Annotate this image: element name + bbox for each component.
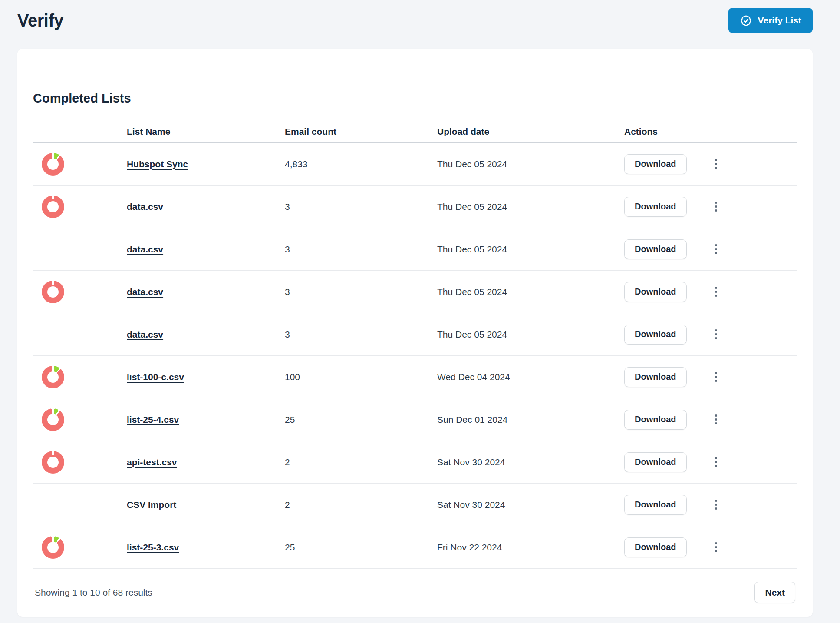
email-count-cell: 25 xyxy=(285,542,437,553)
donut-cell xyxy=(33,451,127,474)
verification-result-donut-chart xyxy=(42,451,64,474)
donut-cell xyxy=(33,536,127,559)
table-row: api-test.csv 2 Sat Nov 30 2024 Download xyxy=(33,441,797,484)
kebab-menu-icon xyxy=(715,546,717,548)
column-header-email-count: Email count xyxy=(285,126,437,137)
kebab-menu-icon xyxy=(715,291,717,293)
download-button[interactable]: Download xyxy=(624,537,687,557)
row-actions-menu-button[interactable] xyxy=(711,540,721,554)
verify-page: Verify Verify List Completed Lists List … xyxy=(0,0,840,623)
kebab-menu-icon xyxy=(715,248,717,250)
verify-list-button-label: Verify List xyxy=(758,15,801,26)
kebab-menu-icon xyxy=(715,163,717,165)
download-button[interactable]: Download xyxy=(624,154,687,174)
donut-cell xyxy=(33,366,127,388)
list-name-cell: Hubspot Sync xyxy=(127,159,285,169)
donut-cell xyxy=(33,281,127,303)
kebab-menu-icon xyxy=(715,333,717,335)
list-name-link[interactable]: api-test.csv xyxy=(127,457,177,467)
download-button[interactable]: Download xyxy=(624,239,687,259)
row-actions-menu-button[interactable] xyxy=(711,199,721,214)
donut-cell xyxy=(33,323,127,346)
download-cell: Download xyxy=(624,410,705,430)
verification-result-donut-chart xyxy=(42,408,64,431)
row-actions-menu-button[interactable] xyxy=(711,370,721,384)
list-name-link[interactable]: Hubspot Sync xyxy=(127,159,188,169)
email-count-cell: 3 xyxy=(285,287,437,297)
list-name-cell: list-25-3.csv xyxy=(127,542,285,553)
upload-date-cell: Fri Nov 22 2024 xyxy=(437,542,624,553)
donut-cell xyxy=(33,196,127,218)
verification-result-donut-chart xyxy=(42,366,64,388)
verification-result-donut-chart xyxy=(42,536,64,559)
completed-lists-table: List Name Email count Upload date Action… xyxy=(33,126,797,569)
row-actions-menu-button[interactable] xyxy=(711,157,721,171)
list-name-link[interactable]: list-25-3.csv xyxy=(127,542,179,552)
list-name-link[interactable]: list-25-4.csv xyxy=(127,414,179,424)
kebab-menu-icon xyxy=(715,376,717,378)
row-actions-menu-button[interactable] xyxy=(711,285,721,299)
table-row: list-25-3.csv 25 Fri Nov 22 2024 Downloa… xyxy=(33,526,797,569)
download-cell: Download xyxy=(624,367,705,387)
row-actions-menu-button[interactable] xyxy=(711,455,721,469)
column-header-upload-date: Upload date xyxy=(437,126,624,137)
list-name-cell: data.csv xyxy=(127,244,285,255)
row-actions-menu-button[interactable] xyxy=(711,497,721,512)
email-count-cell: 2 xyxy=(285,457,437,467)
upload-date-cell: Sun Dec 01 2024 xyxy=(437,414,624,425)
verification-result-donut-chart xyxy=(42,153,64,176)
list-name-link[interactable]: list-100-c.csv xyxy=(127,372,184,382)
next-page-button[interactable]: Next xyxy=(754,582,795,603)
list-name-link[interactable]: CSV Import xyxy=(127,500,176,510)
download-cell: Download xyxy=(624,325,705,345)
download-button[interactable]: Download xyxy=(624,325,687,345)
donut-cell xyxy=(33,494,127,516)
list-name-link[interactable]: data.csv xyxy=(127,287,163,297)
download-cell: Download xyxy=(624,154,705,174)
email-count-cell: 3 xyxy=(285,244,437,255)
column-header-list-name: List Name xyxy=(127,126,285,137)
upload-date-cell: Thu Dec 05 2024 xyxy=(437,287,624,297)
list-name-cell: CSV Import xyxy=(127,500,285,510)
verification-result-donut-chart xyxy=(42,281,64,303)
list-name-link[interactable]: data.csv xyxy=(127,244,163,254)
table-row: data.csv 3 Thu Dec 05 2024 Download xyxy=(33,313,797,356)
download-button[interactable]: Download xyxy=(624,495,687,515)
download-button[interactable]: Download xyxy=(624,197,687,217)
email-count-cell: 3 xyxy=(285,329,437,340)
pagination-footer: Showing 1 to 10 of 68 results Next xyxy=(33,569,797,617)
list-name-cell: list-100-c.csv xyxy=(127,372,285,382)
table-row: data.csv 3 Thu Dec 05 2024 Download xyxy=(33,228,797,271)
table-row: Hubspot Sync 4,833 Thu Dec 05 2024 Downl… xyxy=(33,143,797,186)
download-cell: Download xyxy=(624,282,705,302)
row-actions-menu-button[interactable] xyxy=(711,242,721,256)
row-actions-menu-button[interactable] xyxy=(711,412,721,427)
menu-cell xyxy=(705,455,797,469)
page-title: Verify xyxy=(17,11,63,30)
upload-date-cell: Thu Dec 05 2024 xyxy=(437,202,624,212)
list-name-link[interactable]: data.csv xyxy=(127,329,163,339)
donut-cell xyxy=(33,238,127,261)
row-actions-menu-button[interactable] xyxy=(711,327,721,341)
email-count-cell: 2 xyxy=(285,500,437,510)
download-button[interactable]: Download xyxy=(624,282,687,302)
menu-cell xyxy=(705,285,797,299)
download-button[interactable]: Download xyxy=(624,452,687,472)
download-cell: Download xyxy=(624,537,705,557)
menu-cell xyxy=(705,497,797,512)
list-name-cell: list-25-4.csv xyxy=(127,414,285,425)
menu-cell xyxy=(705,327,797,341)
download-button[interactable]: Download xyxy=(624,367,687,387)
results-summary: Showing 1 to 10 of 68 results xyxy=(35,587,152,598)
list-name-cell: api-test.csv xyxy=(127,457,285,467)
menu-cell xyxy=(705,199,797,214)
menu-cell xyxy=(705,412,797,427)
email-count-cell: 4,833 xyxy=(285,159,437,169)
verify-list-button[interactable]: Verify List xyxy=(728,8,813,33)
list-name-cell: data.csv xyxy=(127,202,285,212)
email-count-cell: 3 xyxy=(285,202,437,212)
table-header-row: List Name Email count Upload date Action… xyxy=(33,126,797,143)
list-name-link[interactable]: data.csv xyxy=(127,202,163,212)
kebab-menu-icon xyxy=(715,418,717,421)
download-button[interactable]: Download xyxy=(624,410,687,430)
